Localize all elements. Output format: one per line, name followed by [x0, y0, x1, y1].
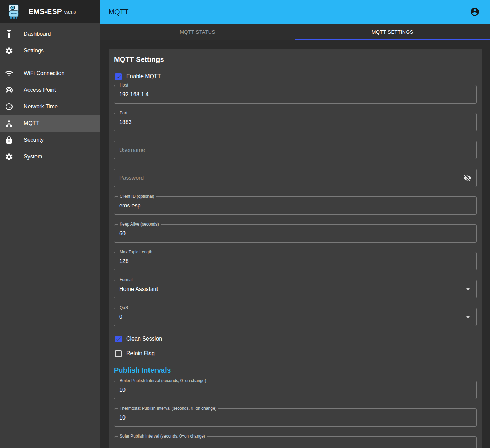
qos-value[interactable]	[114, 308, 476, 326]
card-title: MQTT Settings	[114, 56, 477, 64]
sidebar-item-label: Network Time	[24, 104, 58, 110]
wifi-tethering-icon	[5, 86, 13, 94]
brand: EMS-ESP v2.1.0	[29, 7, 76, 16]
sidebar-item-label: Security	[24, 137, 44, 143]
sidebar-primary-group: Dashboard Settings	[0, 23, 100, 62]
sidebar-item-settings[interactable]: Settings	[0, 42, 100, 59]
host-input[interactable]	[114, 85, 476, 103]
lock-icon	[5, 136, 13, 144]
content: MQTT Settings Enable MQTT Host Port	[100, 40, 490, 448]
solar-publish-interval-field: Solar Publish Interval (seconds, 0=on ch…	[114, 436, 477, 448]
device-hub-icon	[5, 119, 13, 128]
sidebar: EMS-ESP v2.1.0 Dashboard Settings WiFi C…	[0, 0, 100, 448]
keep-alive-input[interactable]	[114, 225, 476, 242]
visibility-off-icon[interactable]	[463, 174, 472, 182]
keep-alive-field: Keep Alive (seconds)	[114, 224, 477, 243]
retain-flag-checkbox[interactable]	[115, 350, 122, 357]
boiler-publish-interval-field: Boiler Publish Interval (seconds, 0=on c…	[114, 381, 477, 399]
appbar: MQTT	[100, 0, 490, 24]
password-input[interactable]	[114, 169, 476, 187]
client-id-field: Client ID (optional)	[114, 196, 477, 215]
tab-mqtt-status[interactable]: MQTT STATUS	[100, 24, 295, 40]
retain-flag-label: Retain Flag	[126, 350, 155, 357]
gear-icon	[5, 153, 13, 161]
sidebar-item-label: Settings	[24, 48, 44, 54]
client-id-input[interactable]	[114, 197, 476, 214]
sidebar-item-label: Dashboard	[24, 31, 51, 37]
remote-dashboard-icon	[5, 30, 13, 38]
sidebar-item-label: MQTT	[24, 120, 39, 127]
username-input[interactable]	[114, 141, 476, 159]
mqtt-settings-card: MQTT Settings Enable MQTT Host Port	[109, 49, 482, 448]
port-field: Port	[114, 113, 477, 131]
publish-intervals-heading: Publish Intervals	[114, 366, 477, 374]
clean-session-row[interactable]: Clean Session	[114, 332, 477, 346]
enable-mqtt-row[interactable]: Enable MQTT	[114, 69, 477, 84]
clock-icon	[5, 103, 13, 111]
clean-session-label: Clean Session	[126, 336, 162, 342]
sidebar-item-wifi-connection[interactable]: WiFi Connection	[0, 65, 100, 82]
password-field	[114, 169, 477, 187]
thermostat-publish-interval-field: Thermostat Publish Interval (seconds, 0=…	[114, 408, 477, 427]
retain-flag-row[interactable]: Retain Flag	[114, 346, 477, 361]
host-field: Host	[114, 85, 477, 104]
sidebar-item-mqtt[interactable]: MQTT	[0, 115, 100, 132]
sidebar-header: EMS-ESP v2.1.0	[0, 0, 100, 23]
clean-session-checkbox[interactable]	[115, 336, 122, 342]
tab-mqtt-settings[interactable]: MQTT SETTINGS	[295, 24, 490, 40]
port-input[interactable]	[114, 113, 476, 131]
sidebar-item-label: Access Point	[24, 87, 56, 93]
qos-select[interactable]: QoS	[114, 308, 477, 326]
wifi-icon	[5, 69, 13, 78]
sidebar-item-security[interactable]: Security	[0, 132, 100, 148]
solar-publish-interval-input[interactable]	[114, 437, 476, 448]
tab-bar: MQTT STATUS MQTT SETTINGS	[100, 24, 490, 40]
sidebar-item-system[interactable]: System	[0, 148, 100, 165]
enable-mqtt-checkbox[interactable]	[115, 73, 122, 80]
app-version: v2.1.0	[64, 10, 76, 15]
ems-esp-logo-icon	[7, 3, 21, 20]
thermostat-publish-interval-input[interactable]	[114, 409, 476, 426]
max-topic-length-input[interactable]	[114, 252, 476, 270]
gear-icon	[5, 47, 13, 55]
app-name: EMS-ESP	[29, 7, 62, 16]
sidebar-item-dashboard[interactable]: Dashboard	[0, 26, 100, 42]
sidebar-item-network-time[interactable]: Network Time	[0, 98, 100, 115]
active-tab-indicator	[295, 39, 490, 40]
sidebar-item-label: WiFi Connection	[24, 70, 64, 76]
enable-mqtt-label: Enable MQTT	[126, 73, 161, 80]
account-circle-icon[interactable]	[470, 7, 480, 17]
format-value[interactable]	[114, 280, 476, 298]
page-title: MQTT	[109, 8, 129, 16]
main-area: MQTT MQTT STATUS MQTT SETTINGS MQTT Sett…	[100, 0, 490, 448]
max-topic-length-field: Max Topic Length	[114, 252, 477, 270]
sidebar-item-label: System	[24, 154, 42, 160]
format-select[interactable]: Format	[114, 280, 477, 298]
sidebar-item-access-point[interactable]: Access Point	[0, 82, 100, 98]
sidebar-secondary-group: WiFi Connection Access Point Network Tim…	[0, 62, 100, 168]
username-field	[114, 141, 477, 159]
boiler-publish-interval-input[interactable]	[114, 381, 476, 399]
